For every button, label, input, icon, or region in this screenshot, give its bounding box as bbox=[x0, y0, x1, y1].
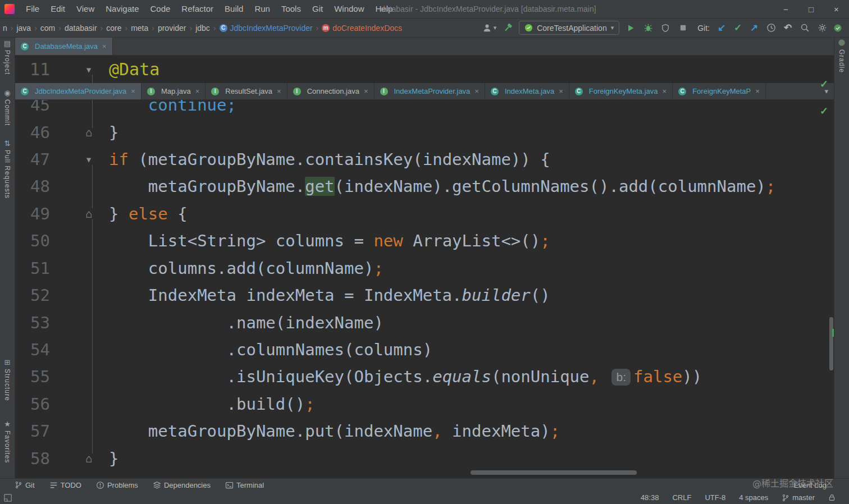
menu-code[interactable]: Code bbox=[144, 0, 176, 18]
stripe-item-commit[interactable]: ◉Commit bbox=[0, 89, 15, 126]
menu-git[interactable]: Git bbox=[307, 0, 328, 18]
code-token: indexMeta) bbox=[442, 421, 550, 441]
toolwindow-label: Terminal bbox=[236, 481, 264, 489]
code-text: } else { bbox=[109, 204, 188, 223]
indent-size[interactable]: 4 spaces bbox=[739, 493, 768, 502]
file-encoding[interactable]: UTF-8 bbox=[705, 493, 725, 502]
close-button[interactable]: × bbox=[824, 0, 849, 18]
close-icon[interactable]: × bbox=[364, 87, 368, 95]
fold-expand-icon[interactable]: ⌂ bbox=[81, 127, 96, 138]
toolwindow-button-terminal[interactable]: Terminal bbox=[225, 481, 264, 489]
breadcrumb-item-java[interactable]: java bbox=[15, 24, 33, 33]
menu-refactor[interactable]: Refactor bbox=[176, 0, 219, 18]
stop-icon bbox=[679, 24, 687, 32]
tab-resultset-java[interactable]: IResultSet.java× bbox=[206, 83, 287, 99]
inspections-ok-icon[interactable]: ✓ bbox=[820, 78, 828, 90]
breadcrumb-item-com[interactable]: com bbox=[39, 24, 57, 33]
fold-column: ▾ bbox=[50, 146, 109, 173]
close-icon[interactable]: × bbox=[102, 42, 107, 51]
fold-collapse-icon[interactable]: ▾ bbox=[81, 154, 96, 166]
code-token: (indexName).getColumnNames().add(columnN… bbox=[335, 177, 766, 196]
menu-tools[interactable]: Tools bbox=[276, 0, 307, 18]
tab-connection-java[interactable]: IConnection.java× bbox=[287, 83, 375, 99]
breadcrumb-item-databasir[interactable]: databasir bbox=[63, 24, 99, 33]
stripe-item-project[interactable]: ▤Project bbox=[0, 40, 15, 75]
tab-map-java[interactable]: IMap.java× bbox=[142, 83, 206, 99]
update-project-button[interactable]: ↙ bbox=[716, 22, 727, 34]
menu-edit[interactable]: Edit bbox=[45, 0, 71, 18]
close-icon[interactable]: × bbox=[474, 87, 479, 95]
toolwindow-button-git[interactable]: Git bbox=[15, 481, 35, 489]
breadcrumb-item-n[interactable]: n bbox=[1, 24, 9, 33]
commit-check-icon: ✓ bbox=[734, 22, 742, 33]
top-editor[interactable]: 11▾@Data ✓ bbox=[15, 56, 834, 83]
menu-file[interactable]: File bbox=[20, 0, 45, 18]
fold-expand-icon[interactable]: ⌂ bbox=[81, 453, 96, 464]
code-with-me-users-button[interactable]: ▾ bbox=[482, 23, 497, 33]
code-line: 56 .build(); bbox=[15, 391, 834, 418]
run-configuration-select[interactable]: CoreTestApplication▾ bbox=[519, 21, 619, 35]
commit-button[interactable]: ✓ bbox=[732, 22, 743, 34]
minimize-button[interactable]: − bbox=[773, 0, 798, 18]
tab-foreignkeymetap[interactable]: CForeignKeyMetaP× bbox=[673, 83, 766, 99]
tab-jdbcindexmetaprovider-java[interactable]: CJdbcIndexMetaProvider.java× bbox=[15, 83, 142, 99]
close-icon[interactable]: × bbox=[663, 87, 667, 95]
settings-button[interactable] bbox=[816, 22, 828, 34]
vertical-scrollbar[interactable] bbox=[829, 317, 833, 370]
tab-databasemeta-java[interactable]: CDatabaseMeta.java× bbox=[15, 38, 113, 55]
tool-windows-toggle-icon[interactable] bbox=[3, 493, 12, 502]
close-icon[interactable]: × bbox=[559, 87, 563, 95]
stop-button[interactable] bbox=[677, 22, 689, 34]
toolwindow-button-todo[interactable]: TODO bbox=[49, 481, 81, 489]
rollback-button[interactable]: ↶ bbox=[782, 22, 793, 34]
build-project-button[interactable] bbox=[501, 22, 514, 34]
git-branch-widget[interactable]: master bbox=[782, 493, 815, 502]
fold-expand-icon[interactable]: ⌂ bbox=[81, 208, 96, 219]
tab-foreignkeymeta-java[interactable]: CForeignKeyMeta.java× bbox=[569, 83, 673, 99]
tab-indexmetaprovider-java[interactable]: IIndexMetaProvider.java× bbox=[375, 83, 485, 99]
fold-column bbox=[50, 282, 109, 309]
watermark: @稀土掘金技术社区 bbox=[752, 476, 833, 489]
close-icon[interactable]: × bbox=[277, 87, 281, 95]
stripe-item-gradle[interactable]: Gradle bbox=[834, 39, 849, 73]
menu-window[interactable]: Window bbox=[328, 0, 369, 18]
toolwindow-button-problems[interactable]: Problems bbox=[96, 481, 138, 489]
breadcrumb-item-provider[interactable]: provider bbox=[156, 24, 188, 33]
caret-position[interactable]: 48:38 bbox=[641, 493, 659, 502]
maximize-button[interactable]: □ bbox=[798, 0, 824, 18]
breadcrumb-item-core[interactable]: core bbox=[104, 24, 123, 33]
breadcrumb-item-meta[interactable]: meta bbox=[129, 24, 150, 33]
code-editor[interactable]: 45 continue;46⌂}47▾if (metaGroupByName.c… bbox=[15, 100, 834, 478]
horizontal-scrollbar[interactable] bbox=[471, 470, 637, 475]
breadcrumb-item-docreateindexdocs[interactable]: mdoCreateIndexDocs bbox=[320, 24, 404, 33]
code-token: equals bbox=[432, 367, 491, 386]
run-with-coverage-button[interactable] bbox=[659, 22, 672, 34]
menu-run[interactable]: Run bbox=[249, 0, 276, 18]
fold-column bbox=[50, 100, 109, 118]
toolwindow-button-dependencies[interactable]: Dependencies bbox=[153, 481, 211, 489]
class-icon: C bbox=[21, 88, 29, 95]
commit-icon: ◉ bbox=[4, 89, 10, 97]
fold-collapse-icon[interactable]: ▾ bbox=[81, 63, 96, 75]
breadcrumb-item-jdbcindexmetaprovider[interactable]: CJdbcIndexMetaProvider bbox=[218, 24, 314, 33]
push-button[interactable]: ↗ bbox=[748, 22, 760, 34]
stripe-item-structure[interactable]: ⊞Structure bbox=[0, 359, 15, 401]
stripe-item-pull-requests[interactable]: ⇅Pull Requests bbox=[0, 140, 15, 199]
menu-navigate[interactable]: Navigate bbox=[100, 0, 144, 18]
search-everywhere-button[interactable] bbox=[798, 22, 811, 34]
close-icon[interactable]: × bbox=[755, 87, 760, 95]
close-icon[interactable]: × bbox=[195, 87, 200, 95]
toolwindow-label: Problems bbox=[107, 481, 138, 489]
stripe-item-favorites[interactable]: ★Favorites bbox=[0, 420, 15, 463]
menu-view[interactable]: View bbox=[71, 0, 100, 18]
tab-indexmeta-java[interactable]: CIndexMeta.java× bbox=[485, 83, 569, 99]
breadcrumb-item-jdbc[interactable]: jdbc bbox=[194, 24, 212, 33]
line-number: 54 bbox=[15, 340, 50, 359]
close-icon[interactable]: × bbox=[131, 87, 135, 95]
history-button[interactable] bbox=[765, 22, 777, 34]
line-separator[interactable]: CRLF bbox=[672, 493, 691, 502]
debug-button[interactable] bbox=[642, 22, 654, 34]
inspections-ok-icon[interactable]: ✓ bbox=[820, 105, 828, 117]
menu-build[interactable]: Build bbox=[219, 0, 249, 18]
run-button[interactable] bbox=[624, 22, 637, 34]
